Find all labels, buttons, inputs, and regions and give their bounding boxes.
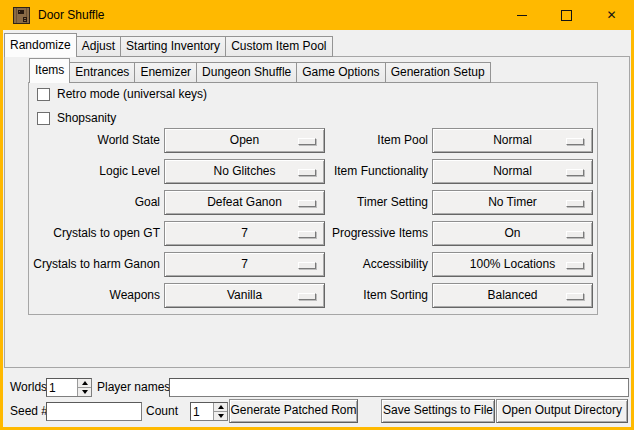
crystals-harm-ganon-label: Crystals to harm Ganon [30,252,160,277]
item-pool-label: Item Pool [268,128,428,153]
open-output-directory-button[interactable]: Open Output Directory [496,399,628,423]
maximize-icon [561,10,572,21]
player-names-input[interactable] [169,378,629,397]
item-pool-dropdown[interactable]: Normal [432,128,593,153]
accessibility-value: 100% Locations [470,257,555,271]
item-sorting-dropdown[interactable]: Balanced [432,283,593,308]
retro-mode-label: Retro mode (universal keys) [57,87,207,101]
item-functionality-label: Item Functionality [268,159,428,184]
generate-patched-rom-button[interactable]: Generate Patched Rom [229,399,358,423]
worlds-spin-buttons [77,379,91,396]
item-pool-value: Normal [493,133,532,147]
progressive-items-label: Progressive Items [268,221,428,246]
minimize-button[interactable] [499,0,544,30]
progressive-items-value: On [504,226,520,240]
timer-setting-value: No Timer [488,195,537,209]
dropdown-indicator-icon [566,262,584,269]
shopsanity-checkbox[interactable] [37,112,50,125]
sub-tab-bar: Items Entrances Enemizer Dungeon Shuffle… [29,58,490,83]
accessibility-label: Accessibility [268,252,428,277]
window-title: Door Shuffle [38,0,105,30]
count-spin-up-button[interactable] [214,403,227,411]
logic-level-label: Logic Level [30,159,160,184]
subtab-game-options[interactable]: Game Options [296,62,385,83]
subtab-dungeon-shuffle[interactable]: Dungeon Shuffle [196,62,297,83]
dropdown-indicator-icon [566,293,584,300]
arrow-up-icon [82,381,88,385]
tab-starting-inventory[interactable]: Starting Inventory [120,36,226,57]
item-functionality-dropdown[interactable]: Normal [432,159,593,184]
item-functionality-value: Normal [493,164,532,178]
subtab-generation-setup[interactable]: Generation Setup [385,62,491,83]
app-icon[interactable] [13,7,30,24]
subtab-items[interactable]: Items [29,58,70,83]
count-spin-buttons [213,403,227,420]
worlds-spin-up-button[interactable] [78,379,91,387]
close-button[interactable]: ✕ [589,0,634,30]
tab-custom-item-pool[interactable]: Custom Item Pool [225,36,332,57]
worlds-input[interactable] [47,379,77,396]
retro-mode-checkbox[interactable] [37,88,50,101]
weapons-value: Vanilla [227,288,262,302]
worlds-spin-down-button[interactable] [78,387,91,396]
count-label: Count [146,402,178,421]
crystals-harm-ganon-value: 7 [241,257,248,271]
subtab-entrances[interactable]: Entrances [69,62,135,83]
title-bar: Door Shuffle ✕ [0,0,634,30]
main-tab-bar: Randomize Adjust Starting Inventory Cust… [4,33,332,57]
count-input[interactable] [191,403,213,420]
dropdown-indicator-icon [566,138,584,145]
save-settings-button[interactable]: Save Settings to File [381,399,495,423]
logic-level-value: No Glitches [213,164,275,178]
dropdown-indicator-icon [566,169,584,176]
seed-label: Seed # [10,402,48,421]
worlds-label: Worlds [10,378,47,397]
dropdown-indicator-icon [566,200,584,207]
timer-setting-dropdown[interactable]: No Timer [432,190,593,215]
dropdown-indicator-icon [566,231,584,238]
arrow-up-icon [218,405,224,409]
count-spinbox [190,402,228,421]
world-state-label: World State [30,128,160,153]
shopsanity-checkbox-row: Shopsanity [37,111,116,125]
world-state-value: Open [230,133,259,147]
tab-adjust[interactable]: Adjust [76,36,121,57]
maximize-button[interactable] [544,0,589,30]
accessibility-dropdown[interactable]: 100% Locations [432,252,593,277]
item-sorting-label: Item Sorting [268,283,428,308]
arrow-down-icon [82,390,88,394]
seed-input[interactable] [46,402,142,421]
player-names-label: Player names [97,378,170,397]
retro-mode-checkbox-row: Retro mode (universal keys) [37,87,207,101]
goal-label: Goal [30,190,160,215]
weapons-label: Weapons [30,283,160,308]
crystals-open-gt-label: Crystals to open GT [30,221,160,246]
progressive-items-dropdown[interactable]: On [432,221,593,246]
timer-setting-label: Timer Setting [268,190,428,215]
worlds-spinbox [46,378,92,397]
shopsanity-label: Shopsanity [57,111,116,125]
arrow-down-icon [218,414,224,418]
close-icon: ✕ [606,9,616,21]
subtab-enemizer[interactable]: Enemizer [134,62,197,83]
tab-randomize[interactable]: Randomize [4,33,77,57]
crystals-open-gt-value: 7 [241,226,248,240]
item-sorting-value: Balanced [487,288,537,302]
minimize-icon [517,15,527,16]
count-spin-down-button[interactable] [214,411,227,420]
